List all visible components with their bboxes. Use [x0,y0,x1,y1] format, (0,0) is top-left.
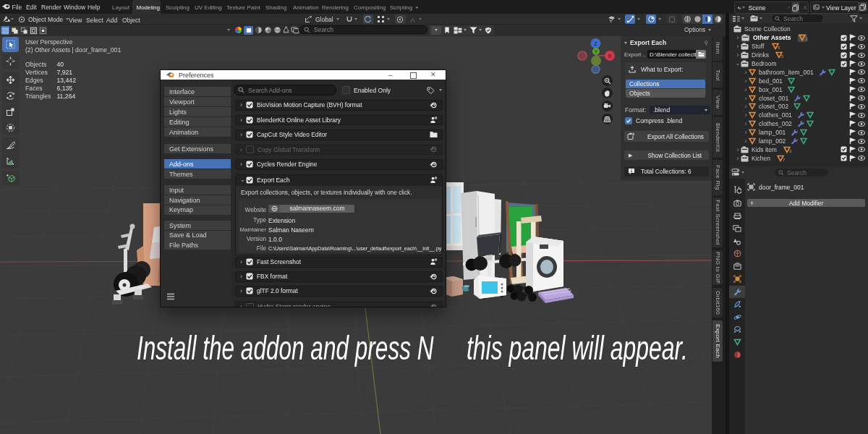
svg-text:Y: Y [595,49,598,54]
svg-text:X: X [608,53,612,59]
svg-text:Z: Z [594,41,597,47]
